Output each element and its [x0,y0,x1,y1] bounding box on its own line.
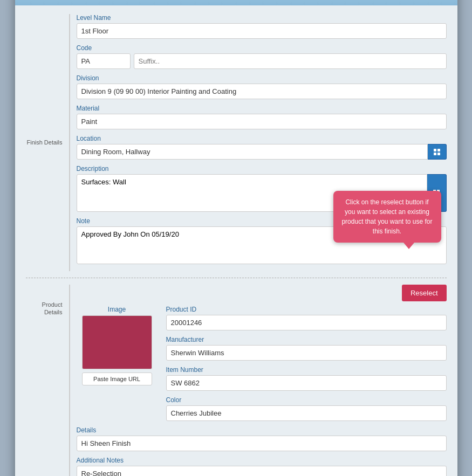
edit-finish-modal: × Edit Finish Finish Details Level Name … [15,0,457,476]
paste-url-button[interactable]: Paste Image URL [82,372,152,385]
location-group: Location [77,135,447,160]
level-name-group: Level Name [77,14,447,39]
product-details-content: Reselect Image Paste Image URL Product I… [77,285,447,476]
additional-notes-label: Additional Notes [77,457,447,464]
suffix-input[interactable] [134,53,447,69]
product-id-group: Product ID [166,306,447,330]
location-label: Location [77,135,447,142]
color-group: Color [166,396,447,421]
manufacturer-label: Manufacturer [166,336,447,343]
location-input[interactable] [77,144,428,160]
code-input[interactable] [77,53,131,69]
product-fields: Product ID Manufacturer Item Number [166,306,447,426]
code-group: Code [77,44,447,69]
details-input[interactable] [77,436,447,451]
finish-details-label: Finish Details [26,14,69,271]
svg-rect-1 [437,149,440,151]
svg-rect-0 [434,149,436,151]
product-details-line [69,285,70,476]
modal-header: Edit Finish [15,0,457,5]
product-details-label: Product Details [26,285,69,476]
code-label: Code [77,44,447,52]
product-id-label: Product ID [166,306,447,313]
item-number-input[interactable] [166,375,447,391]
image-area: Image Paste Image URL [77,306,158,385]
item-number-label: Item Number [166,366,447,374]
item-number-group: Item Number [166,366,447,391]
division-input[interactable] [77,84,447,99]
additional-notes-input[interactable] [77,466,447,476]
finish-details-line [69,14,70,271]
product-details-section: Product Details Reselect Image Paste Ima… [26,285,447,476]
svg-rect-3 [437,153,440,155]
details-label: Details [77,426,447,434]
description-label: Description [77,165,447,173]
reselect-row: Reselect [77,285,447,301]
material-label: Material [77,105,447,112]
product-section: Image Paste Image URL Product ID Manufac… [77,306,447,426]
reselect-button[interactable]: Reselect [402,285,447,301]
details-group: Details [77,426,447,451]
section-divider [26,278,447,278]
tooltip-text: Click on the reselect button if you want… [341,198,432,235]
manufacturer-input[interactable] [166,345,447,361]
product-id-input[interactable] [166,315,447,330]
product-image [82,315,152,369]
modal-body: Finish Details Level Name Code Division [15,5,457,476]
material-input[interactable] [77,114,447,129]
level-name-input[interactable] [77,23,447,39]
manufacturer-group: Manufacturer [166,336,447,361]
material-group: Material [77,105,447,129]
color-label: Color [166,396,447,404]
color-input[interactable] [166,405,447,421]
division-group: Division [77,74,447,99]
tooltip-bubble: Click on the reselect button if you want… [333,191,441,243]
svg-rect-2 [434,153,436,155]
division-label: Division [77,74,447,82]
level-name-label: Level Name [77,14,447,22]
additional-notes-group: Additional Notes [77,457,447,476]
image-label: Image [108,306,126,313]
grid-icon [433,148,441,156]
location-icon-button[interactable] [428,144,447,160]
